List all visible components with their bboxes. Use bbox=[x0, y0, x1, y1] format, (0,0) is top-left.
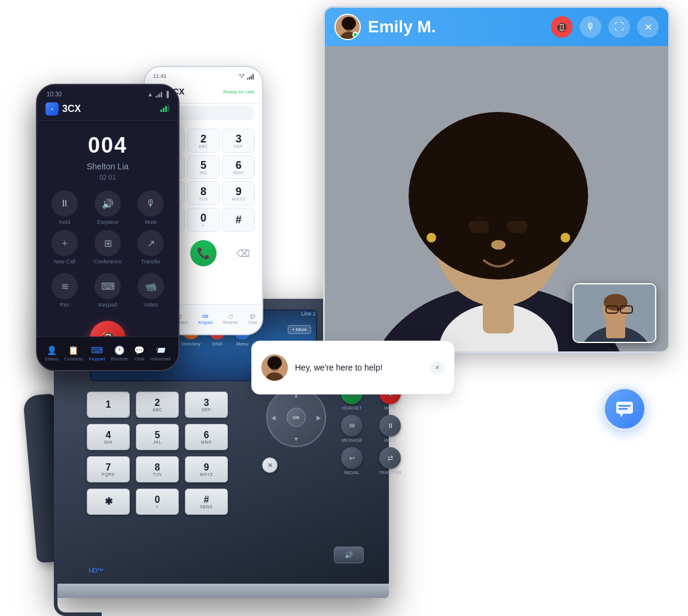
wifi-icon: ▲ bbox=[147, 91, 153, 98]
transfer-label: Transfer bbox=[141, 259, 160, 265]
signal-bars-icon bbox=[160, 105, 170, 113]
hd-badge: HD™ bbox=[89, 567, 103, 580]
transfer-button[interactable]: ⇄ TRANSFER bbox=[373, 447, 407, 475]
redial-button[interactable]: ↩ REDIAL bbox=[335, 447, 369, 475]
svg-point-22 bbox=[491, 240, 506, 250]
dial-8[interactable]: 8TUV bbox=[187, 181, 220, 205]
nav-keypad[interactable]: ⌨ Keypad bbox=[89, 345, 105, 362]
nav-contacts[interactable]: 📋 Contacts bbox=[64, 345, 83, 362]
dial-call-button[interactable]: 📞 bbox=[190, 240, 217, 266]
key-8[interactable]: 8TUV bbox=[136, 456, 179, 483]
key-0[interactable]: 0+ bbox=[136, 488, 179, 515]
action-rec[interactable]: ≋ Rec bbox=[45, 273, 84, 308]
action-transfer[interactable]: ↗ Transfer bbox=[132, 230, 170, 265]
action-conference[interactable]: ⊞ Conference bbox=[89, 230, 127, 265]
online-status-dot bbox=[352, 32, 358, 38]
mute-label: Mute bbox=[145, 219, 157, 225]
action-earpiece[interactable]: 🔊 Earpiece bbox=[89, 190, 127, 225]
dial-delete-button[interactable]: ⌫ bbox=[231, 248, 255, 259]
conference-label: Conference bbox=[94, 259, 122, 265]
right-nav-keypad[interactable]: ⌨ Keypad bbox=[199, 314, 213, 324]
redial-icon: ↩ bbox=[341, 447, 363, 469]
video-call-panel: Emily M. 📵 🎙 ⛶ ✕ bbox=[323, 6, 670, 353]
hold-icon: ⏸ bbox=[379, 415, 401, 436]
svg-rect-3 bbox=[168, 105, 169, 112]
svg-rect-1 bbox=[163, 108, 165, 112]
transfer-action-icon: ↗ bbox=[138, 230, 164, 256]
key-star[interactable]: ✱ bbox=[87, 488, 130, 515]
speaker-button[interactable]: 🔊 bbox=[334, 547, 364, 563]
key-2[interactable]: 2ABC bbox=[136, 392, 179, 418]
nav-voicemail[interactable]: 📨 Voicemail bbox=[150, 345, 171, 362]
dial-hash[interactable]: # bbox=[222, 208, 255, 232]
svg-point-14 bbox=[433, 178, 492, 250]
nav-circle[interactable]: ▲ ▼ ◀ ▶ OK bbox=[266, 387, 326, 447]
right-nav-recents[interactable]: 🕐 Recents bbox=[223, 314, 238, 324]
nav-left: ◀ bbox=[271, 414, 276, 421]
dial-0[interactable]: 0+ bbox=[187, 208, 220, 232]
video-pip-window bbox=[573, 283, 656, 343]
action-newcall[interactable]: ＋ New Call bbox=[45, 230, 84, 265]
dial-9[interactable]: 9WXYZ bbox=[222, 181, 255, 205]
svg-point-24 bbox=[561, 233, 570, 242]
mobile-left-time: 10:30 bbox=[47, 91, 62, 98]
video-label: Video bbox=[144, 302, 158, 308]
video-main-area bbox=[325, 46, 668, 353]
action-video[interactable]: 📹 Video bbox=[132, 273, 170, 308]
key-hash[interactable]: #SEND bbox=[185, 488, 228, 515]
key-9[interactable]: 9WXYZ bbox=[185, 456, 228, 483]
call-duration: 02:01 bbox=[37, 174, 178, 181]
key-6[interactable]: 6MNO bbox=[185, 424, 228, 450]
right-nav-chat[interactable]: 💬 Chat bbox=[248, 314, 257, 324]
dial-3[interactable]: 3DEF bbox=[222, 129, 255, 153]
video-hangup-button[interactable]: 📵 bbox=[551, 16, 573, 38]
right-recents-icon: 🕐 bbox=[228, 314, 233, 319]
nav-status[interactable]: 👤 Status bbox=[45, 345, 59, 362]
newcall-label: New Call bbox=[54, 259, 75, 265]
video-mute-button[interactable]: 🎙 bbox=[580, 16, 601, 38]
brand-name: 3CX bbox=[62, 104, 81, 114]
key-3[interactable]: 3DEF bbox=[185, 392, 228, 418]
nav-chat[interactable]: 💬 Chat bbox=[134, 345, 144, 362]
svg-point-15 bbox=[504, 178, 564, 250]
right-keypad-icon: ⌨ bbox=[202, 314, 208, 319]
key-1[interactable]: 1 bbox=[87, 392, 130, 418]
key-7[interactable]: 7PQRS bbox=[87, 456, 130, 483]
svg-rect-37 bbox=[616, 402, 633, 414]
mobile-phone-left: 10:30 ▲ ▐ ≡ 3CX bbox=[36, 84, 179, 371]
chat-close-button[interactable]: × bbox=[430, 360, 445, 375]
keypad-row-2: 4GHI 5JKL 6MNO bbox=[87, 424, 254, 450]
signal-status bbox=[160, 105, 170, 113]
nav-down: ▼ bbox=[293, 436, 299, 442]
nav-ok-button[interactable]: OK bbox=[287, 408, 306, 427]
nav-recents[interactable]: 🕐 Recents bbox=[111, 345, 128, 362]
mobile-3cx-logo: ≡ 3CX bbox=[45, 102, 81, 116]
key-5[interactable]: 5JKL bbox=[136, 424, 179, 450]
hold-button[interactable]: ⏸ HOLD bbox=[373, 415, 407, 442]
key-4[interactable]: 4GHI bbox=[87, 424, 130, 450]
action-keypad[interactable]: ⌨ Keypad bbox=[89, 273, 127, 308]
screen-line2: Line 2 bbox=[301, 311, 316, 317]
call-actions-row2: ≋ Rec ⌨ Keypad 📹 Video bbox=[37, 273, 178, 316]
signal-icon bbox=[156, 92, 162, 98]
cancel-button[interactable]: ✕ bbox=[262, 457, 278, 473]
message-button[interactable]: ✉ MESSAGE bbox=[335, 415, 369, 442]
video-fullscreen-button[interactable]: ⛶ bbox=[608, 16, 630, 38]
status-nav-icon: 👤 bbox=[47, 345, 57, 355]
dial-6[interactable]: 6MNO bbox=[222, 155, 255, 179]
action-hold[interactable]: ⏸ Hold bbox=[45, 190, 84, 225]
action-mute[interactable]: 🎙 Mute bbox=[132, 190, 170, 225]
hold-action-icon: ⏸ bbox=[51, 190, 78, 217]
right-chat-icon: 💬 bbox=[250, 314, 255, 319]
dial-5[interactable]: 5JKL bbox=[187, 155, 220, 179]
chat-bubble-icon[interactable] bbox=[603, 387, 646, 430]
video-call-header: Emily M. 📵 🎙 ⛶ ✕ bbox=[325, 8, 668, 46]
rec-icon: ≋ bbox=[51, 273, 78, 299]
video-close-button[interactable]: ✕ bbox=[637, 16, 659, 38]
dial-2[interactable]: 2ABC bbox=[187, 129, 220, 153]
ready-for-calls-status: Ready for calls bbox=[223, 89, 255, 95]
transfer-icon: ⇄ bbox=[379, 447, 401, 469]
svg-rect-0 bbox=[160, 110, 162, 112]
more-button[interactable]: + More bbox=[288, 325, 311, 334]
right-signal-icon bbox=[247, 74, 254, 80]
